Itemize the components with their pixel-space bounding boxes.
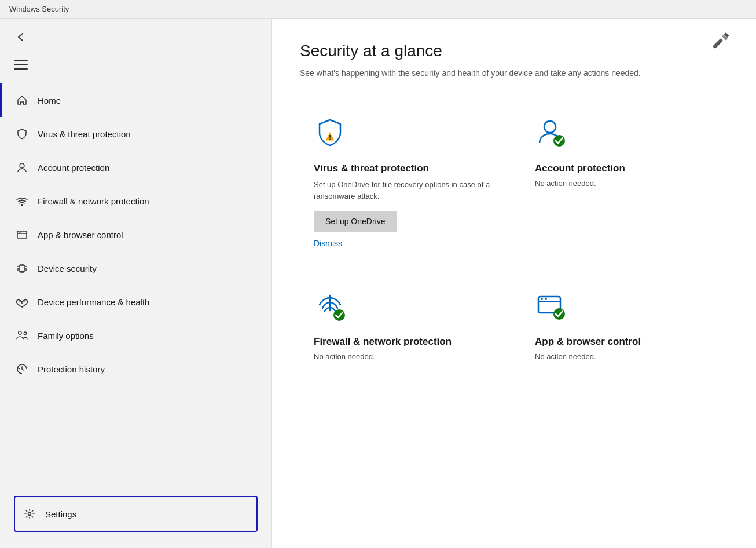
sidebar-item-home-label: Home: [38, 96, 61, 105]
history-icon: [16, 363, 28, 375]
account-card-status: No action needed.: [535, 179, 714, 188]
svg-rect-24: [713, 38, 723, 49]
hamburger-button[interactable]: [12, 56, 30, 74]
card-firewall: Firewall & network protection No action …: [300, 276, 507, 392]
sidebar-item-family-label: Family options: [38, 331, 94, 341]
card-app-browser: App & browser control No action needed.: [521, 276, 728, 392]
family-icon: [16, 329, 28, 342]
app-title: Windows Security: [9, 5, 69, 13]
sidebar: Home Virus & threat protection: [0, 19, 272, 548]
sidebar-item-firewall[interactable]: Firewall & network protection: [0, 184, 271, 218]
card-account: Account protection No action needed.: [521, 103, 728, 262]
title-bar: Windows Security: [0, 0, 756, 19]
account-card-title: Account protection: [535, 163, 714, 174]
home-icon: [16, 94, 28, 107]
app-browser-card-icon: [535, 290, 572, 327]
setup-onedrive-button[interactable]: Set up OneDrive: [314, 211, 397, 232]
sidebar-item-history-label: Protection history: [38, 364, 105, 374]
wifi-icon: [16, 195, 28, 207]
account-card-icon: [535, 116, 572, 154]
sidebar-item-device-health[interactable]: Device performance & health: [0, 285, 271, 319]
sidebar-settings-label: Settings: [45, 509, 76, 519]
firewall-card-title: Firewall & network protection: [314, 336, 493, 348]
sidebar-item-home[interactable]: Home: [0, 83, 271, 117]
firewall-card-icon: [314, 290, 351, 327]
main-content: Security at a glance See what's happenin…: [272, 19, 756, 548]
dismiss-link[interactable]: Dismiss: [314, 239, 493, 248]
card-virus: ! Virus & threat protection Set up OneDr…: [300, 103, 507, 262]
sidebar-item-history[interactable]: Protection history: [0, 352, 271, 386]
page-title: Security at a glance: [300, 42, 728, 60]
sidebar-item-device-health-label: Device performance & health: [38, 297, 149, 307]
svg-point-34: [545, 298, 547, 300]
person-icon: [16, 161, 28, 174]
svg-point-22: [28, 513, 31, 516]
heart-icon: [16, 295, 28, 308]
page-subtitle: See what's happening with the security a…: [300, 67, 728, 79]
svg-point-6: [20, 232, 21, 233]
shield-icon: [16, 127, 28, 140]
svg-text:!: !: [329, 134, 331, 141]
firewall-card-status: No action needed.: [314, 352, 493, 361]
nav-items: Home Virus & threat protection: [0, 83, 271, 487]
gear-icon: [23, 507, 36, 520]
app-browser-card-title: App & browser control: [535, 336, 714, 348]
browser-icon: [16, 228, 28, 241]
svg-point-5: [19, 232, 20, 233]
virus-card-title: Virus & threat protection: [314, 163, 493, 174]
sidebar-item-device-security[interactable]: Device security: [0, 251, 271, 285]
sidebar-item-account-label: Account protection: [38, 163, 109, 173]
svg-point-33: [541, 298, 543, 300]
back-button[interactable]: [12, 28, 30, 46]
sidebar-item-account[interactable]: Account protection: [0, 151, 271, 184]
svg-point-0: [20, 163, 24, 168]
virus-card-desc: Set up OneDrive for file recovery option…: [314, 179, 493, 202]
sidebar-item-firewall-label: Firewall & network protection: [38, 196, 149, 206]
tool-icon: [710, 30, 733, 58]
sidebar-item-settings[interactable]: Settings: [14, 496, 258, 532]
sidebar-item-app-browser[interactable]: App & browser control: [0, 218, 271, 251]
app-browser-card-status: No action needed.: [535, 352, 714, 361]
sidebar-item-family[interactable]: Family options: [0, 319, 271, 352]
sidebar-item-virus[interactable]: Virus & threat protection: [0, 117, 271, 151]
back-icon: [16, 32, 25, 42]
cards-grid: ! Virus & threat protection Set up OneDr…: [300, 103, 728, 392]
svg-point-21: [24, 332, 27, 335]
chip-icon: [16, 262, 28, 275]
virus-card-icon: !: [314, 116, 351, 154]
svg-point-27: [544, 121, 556, 133]
svg-point-20: [19, 331, 21, 335]
sidebar-item-virus-label: Virus & threat protection: [38, 129, 131, 139]
sidebar-item-device-security-label: Device security: [38, 264, 97, 273]
svg-rect-7: [19, 265, 25, 271]
sidebar-item-app-browser-label: App & browser control: [38, 230, 123, 240]
